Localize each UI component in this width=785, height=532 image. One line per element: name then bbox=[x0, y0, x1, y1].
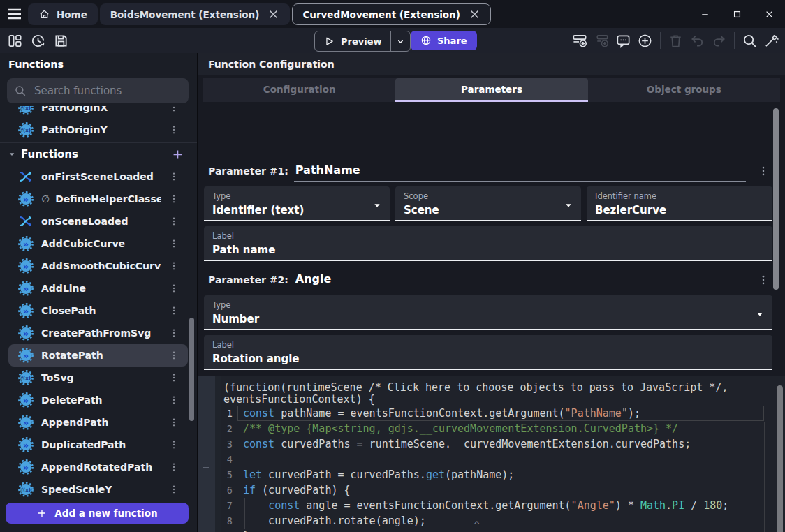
minimize-button[interactable] bbox=[689, 0, 721, 28]
action-function-icon: » bbox=[18, 325, 34, 341]
window-tab-curvedmovement-extension[interactable]: CurvedMovement (Extension) bbox=[292, 3, 491, 25]
sidebar-item-addcubiccurve[interactable]: »AddCubicCurve bbox=[8, 232, 188, 255]
item-menu-icon[interactable] bbox=[168, 260, 179, 272]
function-name: PathOriginX bbox=[41, 106, 161, 113]
tab-configuration[interactable]: Configuration bbox=[203, 78, 395, 102]
item-menu-icon[interactable] bbox=[168, 327, 179, 339]
functions-section-header[interactable]: Functions bbox=[0, 142, 197, 165]
sidebar-item-deletepath[interactable]: »DeletePath bbox=[8, 389, 188, 411]
item-menu-icon[interactable] bbox=[168, 394, 179, 406]
identifier-name-field[interactable]: Identifier nameBezierCurve bbox=[587, 186, 772, 221]
parameter-name-input[interactable]: Angle bbox=[294, 272, 746, 290]
item-menu-icon[interactable] bbox=[168, 193, 179, 205]
tab-parameters[interactable]: Parameters bbox=[395, 78, 587, 102]
parameter-fields-row: TypeIdentifier (text)ScopeSceneIdentifie… bbox=[204, 186, 772, 221]
search-input[interactable] bbox=[33, 84, 182, 98]
collapse-caret[interactable]: ^ bbox=[474, 519, 480, 530]
maximize-button[interactable] bbox=[721, 0, 753, 28]
item-menu-icon[interactable] bbox=[168, 106, 179, 113]
parameter-name-input[interactable]: PathName bbox=[294, 163, 746, 182]
code-header-line[interactable]: (function(runtimeScene /* Click here to … bbox=[221, 382, 785, 394]
add-event-icon[interactable] bbox=[571, 32, 589, 50]
item-menu-icon[interactable] bbox=[168, 372, 179, 383]
window-tab-home[interactable]: Home bbox=[28, 3, 98, 25]
sidebar-item-closepath[interactable]: »ClosePath bbox=[8, 300, 188, 322]
tab-object-groups[interactable]: Object groups bbox=[588, 78, 780, 102]
svg-text:»: » bbox=[23, 418, 29, 428]
code-line-8[interactable]: 8 curvedPath.rotate(angle); bbox=[221, 513, 785, 529]
item-menu-icon[interactable] bbox=[168, 238, 179, 249]
sidebar-item-rotatepath[interactable]: »RotatePath bbox=[8, 344, 188, 367]
add-circle-icon[interactable] bbox=[636, 32, 654, 50]
label-field[interactable]: LabelPath name bbox=[204, 226, 772, 261]
search-box[interactable] bbox=[7, 78, 189, 103]
save-icon[interactable] bbox=[53, 33, 69, 49]
item-menu-icon[interactable] bbox=[168, 417, 179, 428]
add-new-function-button[interactable]: Add a new function bbox=[6, 503, 189, 524]
panels-icon[interactable] bbox=[7, 33, 23, 49]
sidebar-item-appendpath[interactable]: »AppendPath bbox=[8, 411, 188, 434]
item-menu-icon[interactable] bbox=[168, 283, 179, 294]
item-menu-icon[interactable] bbox=[168, 350, 179, 361]
preview-dropdown-button[interactable] bbox=[390, 31, 410, 51]
sidebar-item-pathoriginy[interactable]: f(x)PathOriginY bbox=[8, 119, 188, 141]
preview-label: Preview bbox=[341, 36, 382, 47]
code-line-4[interactable]: 4 bbox=[221, 452, 785, 467]
event-margin bbox=[198, 376, 215, 532]
parameters-scrollbar[interactable] bbox=[773, 108, 779, 290]
sidebar-scrollbar[interactable] bbox=[189, 318, 194, 421]
javascript-code-editor[interactable]: (function(runtimeScene /* Click here to … bbox=[221, 376, 785, 532]
parameter-menu-icon[interactable] bbox=[757, 274, 770, 286]
sidebar-item-speedscaley[interactable]: f(x)SpeedScaleY bbox=[8, 478, 188, 500]
item-menu-icon[interactable] bbox=[168, 124, 179, 135]
code-line-6[interactable]: 6if (curvedPath) { bbox=[221, 482, 785, 498]
share-button[interactable]: Share bbox=[411, 31, 477, 50]
parameter-menu-icon[interactable] bbox=[757, 165, 770, 177]
code-line-7[interactable]: 7 const angle = eventsFunctionContext.ge… bbox=[221, 498, 785, 513]
collapse-caret-icon[interactable] bbox=[8, 150, 16, 158]
sidebar-item-onfirstsceneloaded[interactable]: onFirstSceneLoaded bbox=[8, 165, 188, 188]
code-line-3[interactable]: 3const curvedPaths = runtimeScene.__curv… bbox=[221, 436, 785, 452]
close-tab-icon[interactable] bbox=[267, 8, 279, 20]
item-menu-icon[interactable] bbox=[168, 171, 179, 182]
add-comment-icon[interactable] bbox=[615, 32, 632, 50]
label-field[interactable]: LabelRotation angle bbox=[204, 335, 772, 370]
item-menu-icon[interactable] bbox=[168, 439, 179, 450]
preview-button[interactable]: Preview bbox=[314, 31, 411, 52]
sidebar-item-tosvg[interactable]: f(x)ToSvg bbox=[8, 367, 188, 389]
add-function-icon[interactable] bbox=[171, 148, 184, 161]
code-line-2[interactable]: 2/** @type {Map<string, gdjs.__curvedMov… bbox=[221, 421, 785, 436]
code-line-5[interactable]: 5let curvedPath = curvedPaths.get(pathNa… bbox=[221, 467, 785, 482]
item-menu-icon[interactable] bbox=[168, 305, 179, 316]
sidebar-item-definehelperclasses[interactable]: »∅DefineHelperClasses bbox=[8, 188, 188, 210]
sidebar-item-createpathfromsvg[interactable]: »CreatePathFromSvg bbox=[8, 322, 188, 344]
search-icon[interactable] bbox=[741, 32, 758, 50]
type-field[interactable]: TypeIdentifier (text) bbox=[204, 186, 390, 221]
sidebar-item-addline[interactable]: »AddLine bbox=[8, 277, 188, 300]
sidebar-item-onsceneloaded[interactable]: onSceneLoaded bbox=[8, 210, 188, 232]
line-number: 8 bbox=[221, 513, 243, 529]
line-number: 7 bbox=[221, 498, 243, 513]
scope-field[interactable]: ScopeScene bbox=[395, 186, 581, 221]
sidebar-item-pathoriginx[interactable]: f(x)PathOriginX bbox=[8, 106, 188, 119]
menu-icon[interactable] bbox=[6, 6, 23, 22]
item-menu-icon[interactable] bbox=[168, 216, 179, 227]
close-tab-icon[interactable] bbox=[469, 8, 480, 20]
sidebar-item-appendrotatedpath[interactable]: »AppendRotatedPath bbox=[8, 456, 188, 478]
parameter-heading: Parameter #2: bbox=[208, 274, 288, 290]
code-header-line[interactable]: eventsFunctionContext) { bbox=[221, 394, 785, 406]
magic-wand-icon[interactable] bbox=[763, 32, 780, 50]
sidebar-item-addsmoothcubiccurve[interactable]: »AddSmoothCubicCurve bbox=[8, 255, 188, 277]
type-field[interactable]: TypeNumber bbox=[204, 295, 772, 330]
close-button[interactable] bbox=[753, 0, 785, 28]
field-value: Scene bbox=[404, 204, 573, 216]
action-function-icon: » bbox=[18, 392, 34, 408]
item-menu-icon[interactable] bbox=[168, 461, 179, 473]
window-tab-boidsmovement-extension[interactable]: BoidsMovement (Extension) bbox=[100, 3, 291, 25]
item-menu-icon[interactable] bbox=[168, 484, 179, 495]
history-icon[interactable] bbox=[30, 33, 46, 49]
code-line-1[interactable]: 1const pathName = eventsFunctionContext.… bbox=[221, 406, 785, 421]
code-line-9[interactable]: 9} bbox=[221, 529, 785, 532]
sidebar-item-duplicatedpath[interactable]: »DuplicatedPath bbox=[8, 434, 188, 456]
editor-scrollbar[interactable] bbox=[777, 385, 783, 532]
